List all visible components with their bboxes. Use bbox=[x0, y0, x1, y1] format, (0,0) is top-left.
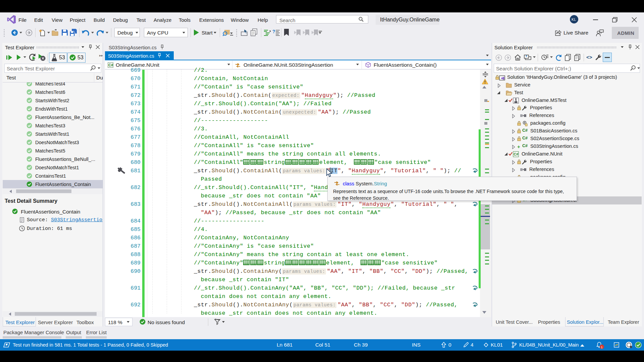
svg-text:?: ? bbox=[272, 29, 275, 34]
svg-text:C#: C# bbox=[514, 152, 519, 156]
svg-text:C#: C# bbox=[108, 63, 113, 67]
